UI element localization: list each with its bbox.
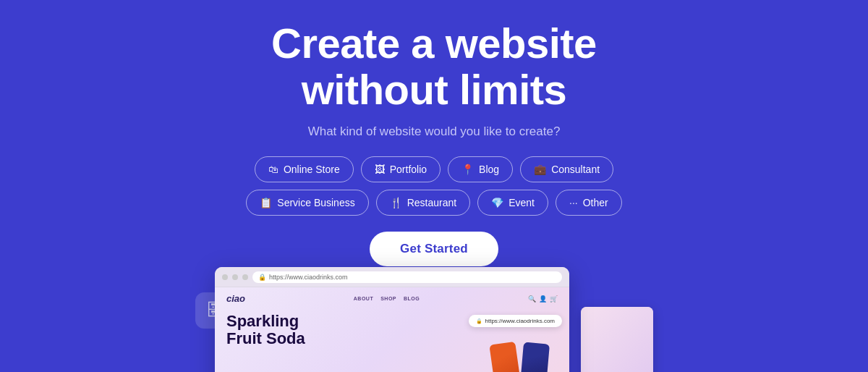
site-nav: ciao ABOUT SHOP BLOG 🔍 👤 🛒 (215, 287, 569, 310)
tooltip-lock-icon: 🔒 (476, 318, 482, 324)
lock-icon: 🔒 (258, 274, 266, 281)
tooltip-url: https://www.ciaodrinks.com (485, 318, 555, 324)
hero-section: Create a website without limits What kin… (0, 0, 868, 372)
category-row-2: 📋 Service Business 🍴 Restaurant 💎 Event … (246, 190, 621, 216)
can-orange (489, 342, 522, 372)
category-label: Consultant (551, 164, 600, 175)
other-icon: ··· (569, 197, 578, 208)
online-store-icon: 🛍 (268, 164, 278, 175)
category-row-1: 🛍 Online Store 🖼 Portfolio 📍 Blog 💼 Cons… (255, 156, 613, 182)
restaurant-icon: 🍴 (390, 197, 402, 208)
category-label: Blog (479, 164, 499, 175)
category-label: Online Store (284, 164, 340, 175)
nav-link-blog: BLOG (404, 296, 420, 301)
category-label: Portfolio (390, 164, 427, 175)
subtitle: What kind of website would you like to c… (308, 124, 561, 139)
browser-content: ciao ABOUT SHOP BLOG 🔍 👤 🛒 Sparkling Fru… (215, 287, 569, 372)
consultant-icon: 💼 (534, 164, 546, 175)
url-text: https://www.ciaodrinks.com (269, 274, 348, 281)
category-label: Service Business (277, 197, 354, 208)
can-blue (519, 342, 550, 372)
event-icon: 💎 (491, 197, 503, 208)
category-label: Event (509, 197, 535, 208)
category-buttons: 🛍 Online Store 🖼 Portfolio 📍 Blog 💼 Cons… (246, 156, 621, 216)
search-icon: 🔍 (528, 295, 536, 303)
category-btn-consultant[interactable]: 💼 Consultant (520, 156, 613, 182)
browser-dot-2 (232, 274, 238, 280)
category-btn-blog[interactable]: 📍 Blog (448, 156, 513, 182)
side-device-content (581, 307, 653, 372)
get-started-button[interactable]: Get Started (370, 232, 498, 266)
nav-link-shop: SHOP (380, 296, 396, 301)
side-device-mockup (581, 307, 653, 372)
nav-link-about: ABOUT (354, 296, 373, 301)
category-btn-online-store[interactable]: 🛍 Online Store (255, 156, 354, 182)
site-nav-icons: 🔍 👤 🛒 (528, 295, 558, 303)
user-icon: 👤 (539, 295, 547, 303)
portfolio-icon: 🖼 (375, 164, 385, 175)
main-title: Create a website without limits (271, 20, 597, 113)
blog-icon: 📍 (461, 164, 474, 175)
category-btn-event[interactable]: 💎 Event (477, 190, 548, 216)
cans-illustration (493, 343, 548, 372)
site-logo: ciao (226, 293, 245, 304)
site-nav-links: ABOUT SHOP BLOG (354, 296, 420, 301)
browser-dot-1 (222, 274, 228, 280)
service-business-icon: 📋 (260, 197, 272, 208)
url-tooltip: 🔒 https://www.ciaodrinks.com (469, 315, 562, 327)
category-btn-portfolio[interactable]: 🖼 Portfolio (361, 156, 441, 182)
browser-mockup: 🔒 https://www.ciaodrinks.com ciao ABOUT … (215, 267, 569, 372)
category-btn-restaurant[interactable]: 🍴 Restaurant (376, 190, 470, 216)
browser-dot-3 (242, 274, 248, 280)
browser-mockup-container: 🔒 https://www.ciaodrinks.com ciao ABOUT … (215, 267, 653, 372)
category-btn-service-business[interactable]: 📋 Service Business (246, 190, 368, 216)
browser-chrome: 🔒 https://www.ciaodrinks.com (215, 267, 569, 287)
browser-urlbar: 🔒 https://www.ciaodrinks.com (252, 271, 562, 283)
category-label: Restaurant (407, 197, 456, 208)
cart-icon: 🛒 (550, 295, 558, 303)
category-label: Other (583, 197, 608, 208)
category-btn-other[interactable]: ··· Other (556, 190, 622, 216)
